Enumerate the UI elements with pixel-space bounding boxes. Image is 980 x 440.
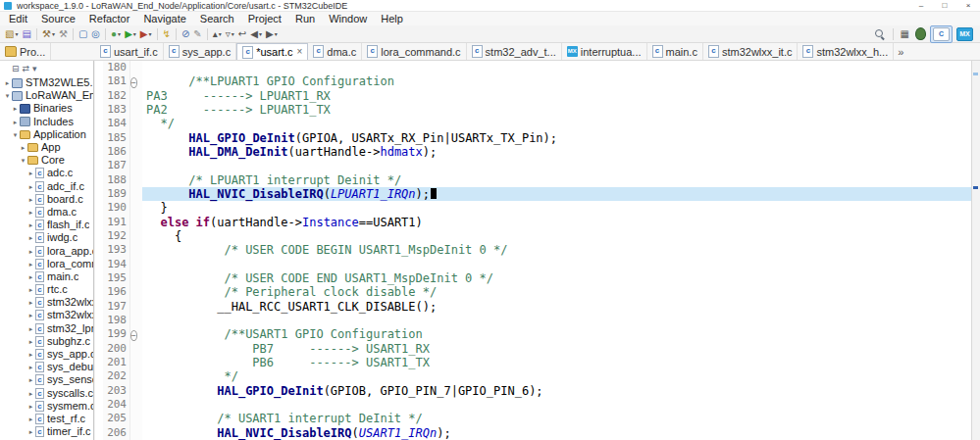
code-line[interactable]: 194 — [95, 258, 971, 271]
tree-arrow-icon[interactable]: ▸ — [26, 387, 35, 400]
fold-marker-icon[interactable]: − — [130, 330, 137, 341]
code-line[interactable]: 180 — [95, 61, 971, 74]
code-line[interactable]: 201 PB6 ------> USART1_TX — [95, 356, 971, 369]
code-line[interactable]: 202 */ — [95, 369, 971, 383]
tree-item[interactable]: ▸Includes — [0, 116, 93, 128]
tree-arrow-icon[interactable]: ▾ — [19, 154, 27, 167]
tree-arrow-icon[interactable]: ▸ — [26, 167, 35, 179]
tree-arrow-icon[interactable]: ▸ — [26, 373, 35, 386]
tree-arrow-icon[interactable]: ▸ — [26, 231, 35, 244]
tree-item[interactable]: ▸csyscalls.c — [0, 387, 93, 400]
line-number[interactable]: 203 — [103, 384, 130, 398]
tree-item[interactable]: ▸Binaries — [0, 102, 93, 115]
tree-item[interactable]: ▸csys_debug.c — [0, 361, 93, 373]
tree-item[interactable]: ▸cboard.c — [0, 193, 93, 206]
external-tools-button[interactable]: ▶▾ — [138, 26, 154, 42]
line-number[interactable]: 182 — [103, 89, 130, 103]
code-line[interactable]: 198 — [95, 314, 971, 327]
editor-tab[interactable]: cstm32wlxx_it.c — [703, 43, 799, 60]
line-number[interactable]: 194 — [103, 258, 130, 271]
tree-item[interactable]: ▸cdma.c — [0, 206, 93, 219]
tree-arrow-icon[interactable]: ▸ — [19, 141, 27, 154]
tree-arrow-icon[interactable]: ▸ — [26, 245, 35, 258]
code-text[interactable] — [142, 314, 971, 327]
menu-window[interactable]: Window — [322, 12, 374, 25]
program-flash-button[interactable]: ↯ — [161, 26, 173, 42]
code-line[interactable]: 203 HAL_GPIO_DeInit(GPIOB, GPIO_PIN_7|GP… — [95, 384, 971, 398]
code-text[interactable]: { — [142, 229, 971, 243]
line-number[interactable]: 180 — [103, 61, 130, 74]
code-line[interactable]: 204 — [95, 398, 971, 412]
code-line[interactable]: 186 HAL_DMA_DeInit(uartHandle->hdmatx); — [95, 145, 971, 159]
code-line[interactable]: 183PA2 ------> LPUART1_TX — [95, 103, 971, 117]
line-number[interactable]: 193 — [103, 243, 130, 257]
tree-item[interactable]: ▾LoRaWAN_End_Node — [0, 89, 93, 102]
code-line[interactable]: 196 /* Peripheral clock disable */ — [95, 285, 971, 299]
tree-item[interactable]: ▾Application — [0, 128, 93, 141]
line-number[interactable]: 197 — [103, 300, 130, 314]
project-explorer-tab[interactable]: Pro... — [0, 43, 51, 60]
line-number[interactable]: 186 — [103, 145, 130, 159]
line-number[interactable]: 196 — [103, 285, 130, 299]
code-line[interactable]: 190 } — [95, 201, 971, 215]
line-number[interactable]: 199 — [103, 327, 130, 341]
minimize-button[interactable]: – — [909, 0, 933, 11]
tree-arrow-icon[interactable]: ▸ — [11, 102, 20, 115]
skip-breakpoints-button[interactable]: ⊘ — [180, 26, 191, 42]
tree-arrow-icon[interactable]: ▸ — [26, 309, 35, 321]
code-text[interactable]: __HAL_RCC_USART1_CLK_DISABLE(); — [142, 300, 971, 314]
build-button[interactable]: ⚒▾ — [40, 26, 57, 42]
open-perspective-button[interactable]: ▦ — [899, 26, 911, 42]
line-number[interactable]: 198 — [103, 314, 130, 327]
previous-annotation-button[interactable]: ▴▾ — [211, 26, 224, 42]
tree-item[interactable]: ▸STM32WLE5... — [0, 76, 93, 89]
editor-tab[interactable]: cdma.c — [308, 43, 362, 60]
code-line[interactable]: 191 else if(uartHandle->Instance==USART1… — [95, 216, 971, 229]
tree-item[interactable]: ▸ciwdg.c — [0, 231, 93, 244]
tree-arrow-icon[interactable]: ▸ — [11, 116, 20, 128]
view-menu-button[interactable]: ▾ — [32, 62, 37, 75]
code-line[interactable]: 195 /* USER CODE END USART1_MspDeInit 0 … — [95, 271, 971, 285]
tree-arrow-icon[interactable]: ▸ — [26, 296, 35, 309]
tree-arrow-icon[interactable]: ▸ — [26, 348, 35, 361]
back-button[interactable]: ◀▾ — [248, 26, 264, 42]
code-text[interactable]: HAL_NVIC_DisableIRQ(LPUART1_IRQn); — [142, 187, 971, 201]
tree-arrow-icon[interactable]: ▾ — [3, 89, 12, 102]
fold-marker-icon[interactable]: − — [130, 77, 137, 88]
tree-item[interactable]: ▸clora_app.c — [0, 244, 93, 257]
tree-arrow-icon[interactable]: ▸ — [26, 413, 35, 425]
code-line[interactable]: 199− /**USART1 GPIO Configuration — [95, 327, 971, 341]
line-number[interactable]: 184 — [103, 117, 130, 130]
code-text[interactable]: /* USER CODE END USART1_MspDeInit 0 */ — [142, 271, 971, 285]
menu-run[interactable]: Run — [288, 12, 322, 25]
build-all-button[interactable]: ⚒ — [57, 26, 70, 42]
code-text[interactable]: PA3 ------> LPUART1_RX — [142, 89, 971, 103]
code-text[interactable]: PA2 ------> LPUART1_TX — [142, 103, 971, 117]
overview-ruler[interactable] — [971, 61, 980, 440]
line-number[interactable]: 183 — [103, 103, 130, 117]
tree-item[interactable]: ▸cflash_if.c — [0, 219, 93, 231]
new-wizard-button[interactable]: ▧▾ — [3, 26, 20, 42]
tab-close-button[interactable]: × — [296, 47, 302, 57]
tree-arrow-icon[interactable]: ▸ — [26, 219, 35, 231]
line-number[interactable]: 189 — [103, 187, 130, 201]
code-line[interactable]: 184 */ — [95, 117, 971, 130]
tree-item[interactable]: ▸cstm32wlxx_it.c — [0, 309, 93, 321]
tree-arrow-icon[interactable]: ▸ — [26, 322, 35, 335]
tree-item[interactable]: ▸csysmem.c — [0, 400, 93, 413]
editor-tab[interactable]: cstm32_adv_t... — [467, 43, 562, 60]
code-line[interactable]: 188 /* LPUART1 interrupt Deinit */ — [95, 173, 971, 187]
tree-arrow-icon[interactable]: ▸ — [26, 400, 35, 413]
code-text[interactable]: /* LPUART1 interrupt Deinit */ — [142, 173, 971, 187]
tree-item[interactable]: ▸csubghz.c — [0, 335, 93, 348]
code-text[interactable]: /* USER CODE BEGIN USART1_MspDeInit 0 */ — [142, 243, 971, 257]
code-text[interactable]: HAL_GPIO_DeInit(GPIOB, GPIO_PIN_7|GPIO_P… — [142, 384, 971, 398]
line-number[interactable]: 191 — [103, 216, 130, 229]
code-text[interactable]: /**LPUART1 GPIO Configuration — [142, 74, 971, 88]
menu-navigate[interactable]: Navigate — [136, 12, 192, 25]
code-text[interactable]: /**USART1 GPIO Configuration — [142, 327, 971, 341]
line-number[interactable]: 204 — [103, 398, 130, 412]
open-element-button[interactable]: ◎ — [89, 26, 102, 42]
code-line[interactable]: 197 __HAL_RCC_USART1_CLK_DISABLE(); — [95, 300, 971, 314]
editor-tab[interactable]: csys_app.c — [164, 43, 237, 60]
